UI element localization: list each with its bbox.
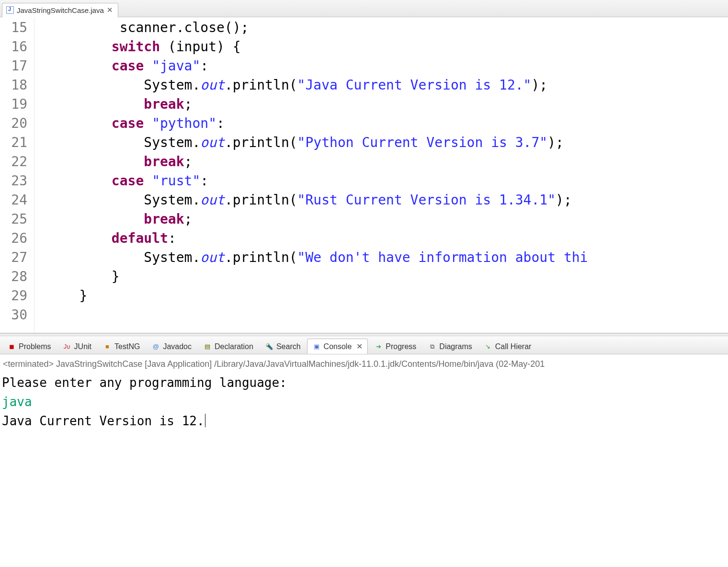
console-line: Please enter any programming language: [2, 373, 726, 392]
line-number: 15 [0, 18, 34, 37]
view-tab-declaration[interactable]: ▤Declaration [198, 339, 259, 354]
view-tab-label: Console [324, 342, 352, 351]
console-line: Java Current Version is 12. [2, 411, 726, 431]
text-caret [205, 414, 205, 427]
editor-area: 15161718192021222324252627282930 scanner… [0, 17, 728, 333]
line-number: 24 [0, 191, 34, 210]
console-icon: ▣ [312, 342, 321, 351]
view-tab-label: JUnit [74, 342, 91, 351]
editor-tab-active[interactable]: JavaStringSwitchCase.java ✕ [2, 3, 118, 17]
java-file-icon [6, 6, 14, 14]
view-tab-label: Declaration [215, 342, 253, 351]
line-number: 23 [0, 171, 34, 191]
code-line[interactable]: case "python": [47, 114, 728, 133]
editor-tab-title: JavaStringSwitchCase.java [17, 6, 104, 14]
view-tab-label: TestNG [114, 342, 140, 351]
folding-strip [34, 17, 47, 333]
line-number: 20 [0, 114, 34, 133]
line-number: 21 [0, 133, 34, 152]
view-tab-label: Diagrams [439, 342, 472, 351]
view-tab-label: Search [276, 342, 301, 351]
code-line[interactable]: } [47, 267, 728, 286]
console-launch-header: <terminated> JavaStringSwitchCase [Java … [2, 357, 726, 373]
code-line[interactable]: } [47, 286, 728, 306]
code-editor[interactable]: scanner.close(); switch (input) { case "… [47, 17, 728, 333]
search-icon: 🔦 [265, 342, 273, 351]
editor-tabbar: JavaStringSwitchCase.java ✕ [0, 0, 728, 17]
line-number: 22 [0, 152, 34, 171]
code-line[interactable]: case "rust": [47, 171, 728, 191]
view-tab-diagrams[interactable]: ⧉Diagrams [422, 339, 477, 354]
code-line[interactable]: switch (input) { [47, 37, 728, 57]
declaration-icon: ▤ [203, 342, 212, 351]
problems-icon: ◼ [7, 342, 16, 351]
view-tab-search[interactable]: 🔦Search [260, 339, 306, 354]
line-number: 26 [0, 229, 34, 248]
view-tab-label: Javadoc [163, 342, 192, 351]
callhier-icon: ↘ [484, 342, 492, 351]
line-number: 27 [0, 248, 34, 267]
code-line[interactable]: System.out.println("Python Current Versi… [47, 133, 728, 152]
line-number: 18 [0, 76, 34, 95]
code-line[interactable]: System.out.println("Rust Current Version… [47, 191, 728, 210]
view-tab-label: Progress [386, 342, 416, 351]
code-line[interactable]: case "java": [47, 57, 728, 76]
console-line: java [2, 392, 726, 411]
code-line[interactable]: scanner.close(); [47, 18, 728, 37]
junit-icon: Jᴜ [63, 342, 71, 351]
line-number: 17 [0, 57, 34, 76]
console-output[interactable]: Please enter any programming language:ja… [2, 373, 726, 431]
code-line[interactable]: default: [47, 229, 728, 248]
line-number: 28 [0, 267, 34, 286]
line-number-gutter: 15161718192021222324252627282930 [0, 17, 34, 333]
view-tab-testng[interactable]: ■TestNG [98, 339, 145, 354]
line-number: 30 [0, 306, 34, 325]
view-tab-javadoc[interactable]: @Javadoc [146, 339, 197, 354]
code-line[interactable]: System.out.println("We don't have inform… [47, 248, 728, 267]
code-line[interactable]: break; [47, 152, 728, 171]
close-icon[interactable]: ✕ [356, 342, 363, 351]
code-line[interactable]: break; [47, 210, 728, 229]
line-number: 16 [0, 37, 34, 57]
view-tab-label: Call Hierar [495, 342, 532, 351]
view-tab-callhier[interactable]: ↘Call Hierar [478, 339, 537, 354]
progress-icon: ➔ [374, 342, 383, 351]
code-line[interactable]: System.out.println("Java Current Version… [47, 76, 728, 95]
console-view: <terminated> JavaStringSwitchCase [Java … [0, 354, 728, 567]
view-tab-problems[interactable]: ◼Problems [2, 339, 57, 354]
view-tab-label: Problems [19, 342, 51, 351]
testng-icon: ■ [103, 342, 112, 351]
line-number: 25 [0, 210, 34, 229]
views-tabbar: ◼ProblemsJᴜJUnit■TestNG@Javadoc▤Declarat… [0, 336, 728, 354]
view-tab-progress[interactable]: ➔Progress [369, 339, 421, 354]
code-line[interactable]: break; [47, 95, 728, 114]
close-icon[interactable]: ✕ [107, 6, 113, 14]
javadoc-icon: @ [151, 342, 160, 351]
view-tab-console[interactable]: ▣Console✕ [307, 339, 368, 354]
line-number: 19 [0, 95, 34, 114]
diagrams-icon: ⧉ [428, 342, 436, 351]
view-tab-junit[interactable]: JᴜJUnit [57, 339, 97, 354]
line-number: 29 [0, 286, 34, 306]
